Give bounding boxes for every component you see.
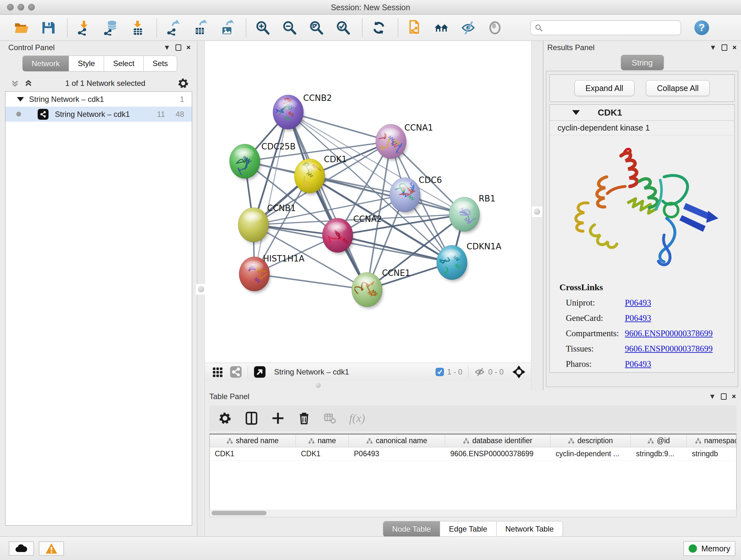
column-header-@id[interactable]: @id (631, 435, 687, 447)
export-image-icon[interactable] (219, 20, 235, 36)
show-columns-icon[interactable] (245, 411, 259, 425)
tab-network[interactable]: Network (22, 56, 69, 71)
panel-menu-icon[interactable]: ▼ (710, 44, 717, 51)
hidden-eye-icon[interactable] (474, 367, 485, 377)
edge-CCNA2-CDKN1A[interactable] (338, 235, 452, 262)
expand-all-icon[interactable] (23, 78, 33, 88)
import-network-database-icon[interactable] (103, 20, 119, 36)
network-node-RB1[interactable] (449, 197, 481, 233)
tab-select[interactable]: Select (104, 56, 144, 71)
network-node-CCNA1[interactable] (376, 124, 407, 160)
collapse-section-icon[interactable] (572, 110, 580, 115)
warnings-button[interactable] (39, 542, 64, 556)
tab-edge-table[interactable]: Edge Table (440, 521, 496, 537)
tree-expand-icon[interactable] (17, 97, 24, 102)
panel-close-icon[interactable]: × (186, 44, 191, 51)
column-header-name[interactable]: name (296, 435, 349, 447)
right-splitter-handle[interactable] (531, 206, 543, 217)
tab-style[interactable]: Style (69, 56, 104, 71)
table-row[interactable]: CDK1CDK1P064939606.ENSP00000378699cyclin… (210, 447, 736, 461)
save-session-icon[interactable] (40, 20, 56, 36)
table-cell[interactable]: stringdb:9... (631, 447, 687, 460)
cloud-button[interactable] (9, 542, 34, 556)
panel-menu-icon[interactable]: ▼ (163, 44, 171, 51)
panel-float-icon[interactable] (722, 44, 727, 51)
splitter-handle[interactable] (316, 383, 321, 388)
panel-float-icon[interactable] (176, 44, 181, 51)
horizontal-splitter[interactable] (205, 381, 531, 390)
crosslink-link[interactable]: P06493 (625, 359, 651, 369)
help-icon[interactable]: ? (694, 20, 709, 35)
table-cell[interactable]: CDK1 (210, 447, 296, 460)
network-node-CCNB2[interactable] (273, 95, 304, 131)
zoom-fit-icon[interactable] (308, 20, 324, 36)
tab-network-table[interactable]: Network Table (496, 521, 563, 537)
crosslink-link[interactable]: 9606.ENSP00000378699 (625, 344, 713, 354)
tab-sets[interactable]: Sets (144, 56, 177, 71)
share-view-icon[interactable] (230, 366, 242, 378)
collapse-all-icon[interactable] (10, 78, 20, 88)
network-node-CDC25B[interactable] (229, 144, 261, 180)
column-header-canonical-name[interactable]: canonical name (349, 435, 445, 447)
import-network-file-icon[interactable] (76, 20, 92, 36)
table-horizontal-scrollbar[interactable] (209, 509, 737, 517)
zoom-in-icon[interactable] (255, 20, 271, 36)
expand-all-button[interactable]: Expand All (575, 80, 634, 96)
column-header-description[interactable]: description (550, 435, 631, 447)
column-header-database-identifier[interactable]: database identifier (445, 435, 550, 447)
zoom-out-icon[interactable] (281, 20, 297, 36)
import-table-icon[interactable] (130, 20, 145, 36)
network-canvas[interactable]: CCNB2CCNA1CDC25BCDK1CDC6RB1CCNB1CCNA2CDK… (205, 41, 531, 363)
edge-HIST1H1A-CCNE1[interactable] (254, 274, 367, 290)
network-node-CDC6[interactable] (390, 178, 421, 213)
collapse-all-button[interactable]: Collapse All (646, 80, 710, 96)
open-in-window-icon[interactable] (254, 366, 266, 378)
share-document-icon[interactable] (407, 20, 422, 36)
column-header-namespace[interactable]: namespace (687, 435, 737, 447)
selected-checkbox-icon[interactable] (435, 368, 444, 376)
network-node-CCNE1[interactable] (352, 272, 383, 308)
hidden-counts: 0 - 0 (488, 368, 503, 376)
table-cell[interactable]: cyclin-dependent ... (550, 447, 631, 460)
table-cell[interactable]: P06493 (349, 447, 445, 460)
search-box[interactable] (530, 20, 681, 35)
gear-icon[interactable] (178, 78, 189, 89)
tab-node-table[interactable]: Node Table (383, 521, 440, 537)
network-row-selected[interactable]: String Network – cdk1 11 48 (5, 107, 192, 122)
panel-menu-icon[interactable]: ▼ (709, 393, 716, 400)
zoom-selected-icon[interactable] (335, 20, 351, 36)
crosslink-link[interactable]: P06493 (625, 313, 651, 323)
export-network-icon[interactable] (165, 20, 181, 36)
add-column-icon[interactable] (271, 412, 285, 425)
table-cell[interactable]: CDK1 (296, 447, 349, 460)
node-table[interactable]: shared namenamecanonical namedatabase id… (209, 434, 737, 517)
search-input[interactable] (543, 23, 670, 32)
panel-close-icon[interactable]: × (732, 44, 737, 51)
return-home-icon[interactable] (433, 20, 449, 36)
edge-CCNB2-HIST1H1A[interactable] (254, 112, 288, 274)
export-table-icon[interactable] (192, 20, 208, 36)
network-collection-row[interactable]: String Network – cdk1 1 (5, 91, 192, 107)
panel-close-icon[interactable]: × (732, 393, 736, 400)
memory-button[interactable]: Memory (684, 541, 735, 556)
tab-string[interactable]: String (621, 55, 664, 70)
grid-view-icon[interactable] (212, 366, 223, 378)
crosslink-link[interactable]: P06493 (625, 298, 651, 308)
hide-eye-icon[interactable] (460, 20, 476, 36)
table-cell[interactable]: stringdb (687, 447, 737, 460)
birdseye-icon[interactable] (512, 365, 526, 379)
delete-column-icon[interactable] (297, 412, 311, 425)
column-header-shared-name[interactable]: shared name (210, 435, 296, 447)
crosslink-link[interactable]: 9606.ENSP00000378699 (625, 328, 713, 338)
refresh-icon[interactable] (371, 20, 387, 36)
table-options-gear-icon[interactable] (218, 412, 232, 425)
right-splitter[interactable] (531, 41, 543, 390)
left-splitter[interactable] (197, 41, 205, 537)
table-cell[interactable]: 9606.ENSP00000378699 (445, 447, 550, 460)
network-node-CCNB1[interactable] (238, 207, 269, 244)
panel-float-icon[interactable] (721, 393, 727, 400)
network-node-CDKN1A[interactable] (432, 245, 468, 285)
scrollbar-thumb[interactable] (212, 511, 266, 515)
network-node-CCNA2[interactable] (322, 218, 354, 254)
open-session-icon[interactable] (13, 20, 29, 36)
